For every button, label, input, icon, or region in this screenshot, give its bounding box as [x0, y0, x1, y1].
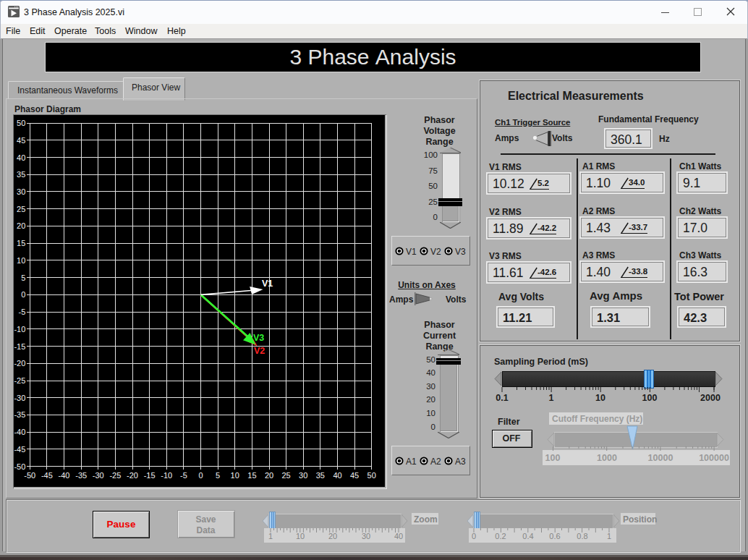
svg-text:10: 10 — [17, 256, 25, 265]
svg-text:5: 5 — [216, 471, 220, 480]
svg-text:V2: V2 — [254, 346, 265, 356]
svg-text:10: 10 — [231, 471, 239, 480]
svg-text:-10: -10 — [14, 325, 25, 334]
svg-text:-45: -45 — [41, 471, 53, 480]
svg-text:-50: -50 — [24, 471, 35, 480]
svg-text:50: 50 — [17, 119, 25, 127]
svg-text:50: 50 — [367, 471, 376, 480]
svg-text:-15: -15 — [144, 471, 156, 480]
svg-text:-5: -5 — [180, 471, 187, 480]
svg-text:30: 30 — [17, 187, 25, 196]
svg-text:-30: -30 — [14, 394, 25, 402]
svg-text:-50: -50 — [14, 462, 25, 471]
svg-text:45: 45 — [17, 136, 25, 145]
svg-text:V1: V1 — [262, 279, 273, 289]
svg-text:-45: -45 — [14, 445, 25, 454]
svg-text:20: 20 — [17, 221, 25, 230]
svg-text:30: 30 — [299, 471, 307, 480]
svg-text:15: 15 — [247, 471, 256, 480]
svg-text:5: 5 — [21, 273, 25, 282]
svg-text:15: 15 — [17, 239, 25, 247]
svg-text:V3: V3 — [253, 333, 264, 343]
svg-text:35: 35 — [17, 170, 25, 179]
svg-text:-25: -25 — [14, 376, 25, 385]
svg-text:-5: -5 — [19, 307, 26, 316]
svg-text:0: 0 — [21, 290, 25, 299]
svg-text:25: 25 — [281, 471, 290, 480]
svg-text:20: 20 — [265, 471, 273, 480]
svg-text:-10: -10 — [161, 471, 172, 480]
svg-text:35: 35 — [316, 471, 325, 480]
svg-text:-25: -25 — [109, 471, 121, 480]
svg-text:40: 40 — [333, 471, 341, 480]
svg-text:-40: -40 — [59, 471, 70, 480]
svg-text:25: 25 — [17, 205, 25, 213]
svg-text:-30: -30 — [93, 471, 104, 480]
svg-text:-35: -35 — [75, 471, 87, 480]
svg-text:-20: -20 — [127, 471, 138, 480]
svg-text:-40: -40 — [14, 428, 25, 436]
svg-text:0: 0 — [198, 471, 203, 480]
svg-text:40: 40 — [17, 153, 25, 162]
svg-text:45: 45 — [350, 471, 359, 480]
svg-text:-35: -35 — [14, 410, 25, 419]
svg-text:-20: -20 — [14, 359, 25, 368]
svg-text:-15: -15 — [14, 342, 25, 351]
